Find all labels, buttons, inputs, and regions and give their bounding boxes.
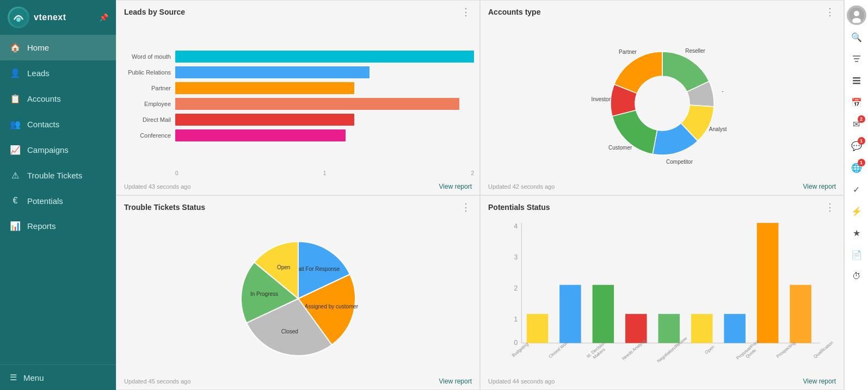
svg-rect-22 bbox=[559, 284, 581, 343]
sidebar-item-label: Accounts bbox=[27, 94, 61, 103]
bar-row: Public Relations bbox=[122, 66, 474, 78]
trouble-tickets-footer: Updated 45 seconds ago View report bbox=[116, 374, 479, 389]
accounts-type-panel: Accounts type ⋮ Reseller-AnalystCompetit… bbox=[480, 0, 844, 195]
document-toolbar-icon[interactable]: 📄 bbox=[847, 245, 866, 264]
chat-badge: 1 bbox=[858, 137, 865, 145]
sidebar-item-label: Trouble Tickets bbox=[27, 171, 82, 180]
sidebar-item-potentials[interactable]: € Potentials bbox=[0, 188, 116, 213]
svg-text:Assigned by customer: Assigned by customer bbox=[304, 304, 358, 309]
svg-rect-23 bbox=[593, 284, 614, 343]
mail-toolbar-icon[interactable]: ✉ 2 bbox=[847, 114, 866, 134]
svg-text:Competitor: Competitor bbox=[666, 159, 693, 165]
leads-bar-chart: Word of mouthPublic RelationsPartnerEmpl… bbox=[122, 24, 474, 168]
potentials-status-panel: Potentials Status ⋮ 4 3 2 1 0 bbox=[480, 195, 844, 391]
star-toolbar-icon[interactable]: ★ bbox=[847, 223, 866, 243]
sidebar-item-home[interactable]: 🏠 Home bbox=[0, 35, 116, 60]
search-toolbar-icon[interactable]: 🔍 bbox=[847, 27, 866, 47]
filter-toolbar-icon[interactable] bbox=[847, 49, 866, 69]
accounts-type-header: Accounts type ⋮ bbox=[481, 1, 844, 21]
bar-track bbox=[175, 98, 474, 110]
sidebar-logo bbox=[8, 7, 29, 28]
calendar-toolbar-icon[interactable]: 📅 bbox=[847, 92, 866, 112]
right-toolbar: 🔍 📅 ✉ 2 💬 1 🌐 1 ✓ ⚡ ★ 📄 ⏱ bbox=[844, 0, 868, 390]
trouble-tickets-view-report[interactable]: View report bbox=[439, 377, 472, 385]
sidebar-item-accounts[interactable]: 📋 Accounts bbox=[0, 86, 116, 112]
accounts-type-footer: Updated 42 seconds ago View report bbox=[481, 179, 844, 195]
leads-source-menu-icon[interactable]: ⋮ bbox=[461, 6, 472, 18]
svg-rect-25 bbox=[658, 314, 680, 343]
svg-rect-29 bbox=[790, 284, 811, 343]
mail-badge: 2 bbox=[858, 115, 865, 123]
sidebar: vtenext 📌 🏠 Home 👤 Leads 📋 Accounts 👥 Co… bbox=[0, 0, 116, 390]
trouble-tickets-panel: Trouble Tickets Status ⋮ Wait For Respon… bbox=[116, 195, 480, 391]
leads-source-view-report[interactable]: View report bbox=[439, 183, 472, 190]
accounts-type-menu-icon[interactable]: ⋮ bbox=[825, 6, 836, 18]
svg-text:0: 0 bbox=[514, 338, 518, 346]
lightning-toolbar-icon[interactable]: ⚡ bbox=[847, 201, 866, 221]
svg-point-1 bbox=[16, 17, 21, 22]
bar-row: Employee bbox=[122, 98, 474, 110]
leads-source-panel-header: Leads by Source ⋮ bbox=[116, 1, 479, 21]
bar-row: Partner bbox=[122, 82, 474, 94]
potentials-status-menu-icon[interactable]: ⋮ bbox=[825, 201, 836, 213]
potentials-status-view-report[interactable]: View report bbox=[803, 377, 836, 385]
chat-toolbar-icon[interactable]: 💬 1 bbox=[847, 136, 866, 156]
accounts-type-updated: Updated 42 seconds ago bbox=[488, 183, 555, 190]
svg-rect-38 bbox=[853, 83, 860, 84]
bar-label: Partner bbox=[122, 85, 171, 91]
pie-chart-container: Wait For ResponseAssigned by customerClo… bbox=[122, 220, 474, 372]
bar-track bbox=[175, 129, 474, 141]
sidebar-item-reports[interactable]: 📊 Reports bbox=[0, 213, 116, 239]
bar-track bbox=[175, 51, 474, 63]
sidebar-item-trouble-tickets[interactable]: ⚠ Trouble Tickets bbox=[0, 163, 116, 188]
check-toolbar-icon[interactable]: ✓ bbox=[847, 179, 866, 199]
globe-badge: 1 bbox=[858, 159, 865, 166]
pin-icon: 📌 bbox=[99, 13, 108, 22]
svg-text:Reseller: Reseller bbox=[685, 48, 705, 54]
user-avatar-icon[interactable] bbox=[847, 5, 866, 25]
accounts-type-title: Accounts type bbox=[488, 8, 540, 16]
menu-label: Menu bbox=[23, 373, 44, 382]
bar-label: Employee bbox=[122, 101, 171, 107]
accounts-type-body: Reseller-AnalystCompetitorCustomerInvest… bbox=[481, 21, 844, 179]
svg-text:In Progress: In Progress bbox=[250, 290, 278, 296]
bar-label: Direct Mail bbox=[122, 116, 171, 123]
trouble-tickets-title: Trouble Tickets Status bbox=[124, 203, 205, 212]
bar-track bbox=[175, 66, 474, 78]
svg-text:4: 4 bbox=[514, 222, 518, 230]
accounts-type-view-report[interactable]: View report bbox=[803, 183, 836, 190]
potentials-x-labels: Budgeting Closed Won Id. Decision Makers… bbox=[484, 347, 840, 374]
sidebar-item-leads[interactable]: 👤 Leads bbox=[0, 60, 116, 86]
sidebar-item-label: Potentials bbox=[27, 196, 63, 206]
trouble-tickets-menu-icon[interactable]: ⋮ bbox=[461, 201, 472, 213]
sidebar-item-campaigns[interactable]: 📈 Campaigns bbox=[0, 137, 116, 163]
bar-row: Conference bbox=[122, 129, 474, 141]
sidebar-item-label: Contacts bbox=[27, 120, 59, 129]
svg-text:Partner: Partner bbox=[619, 49, 637, 55]
sidebar-item-contacts[interactable]: 👥 Contacts bbox=[0, 112, 116, 137]
potentials-bar-chart-svg: 4 3 2 1 0 bbox=[484, 220, 840, 346]
potentials-status-title: Potentials Status bbox=[488, 203, 550, 212]
globe-toolbar-icon[interactable]: 🌐 1 bbox=[847, 158, 866, 177]
bar-fill bbox=[175, 129, 346, 141]
list-toolbar-icon[interactable] bbox=[847, 71, 866, 90]
leads-source-panel: Leads by Source ⋮ Word of mouthPublic Re… bbox=[116, 0, 480, 195]
sidebar-menu-footer[interactable]: ☰ Menu bbox=[0, 364, 116, 390]
sidebar-item-label: Campaigns bbox=[27, 145, 69, 154]
reports-icon: 📊 bbox=[10, 221, 21, 231]
leads-source-footer: Updated 43 seconds ago View report bbox=[116, 179, 479, 195]
svg-rect-36 bbox=[853, 77, 860, 79]
svg-text:Open: Open bbox=[276, 264, 290, 270]
bar-track bbox=[175, 82, 474, 94]
clock-toolbar-icon[interactable]: ⏱ bbox=[847, 267, 866, 286]
potentials-status-body: 4 3 2 1 0 bbox=[481, 216, 844, 375]
bar-fill bbox=[175, 114, 354, 126]
svg-point-31 bbox=[854, 11, 859, 16]
sidebar-item-label: Home bbox=[27, 43, 49, 52]
potentials-status-footer: Updated 44 seconds ago View report bbox=[481, 374, 844, 389]
trouble-tickets-body: Wait For ResponseAssigned by customerClo… bbox=[116, 216, 479, 375]
svg-text:1: 1 bbox=[514, 315, 518, 323]
svg-text:3: 3 bbox=[514, 253, 518, 261]
trouble-tickets-header: Trouble Tickets Status ⋮ bbox=[116, 196, 479, 216]
contacts-icon: 👥 bbox=[10, 119, 21, 129]
